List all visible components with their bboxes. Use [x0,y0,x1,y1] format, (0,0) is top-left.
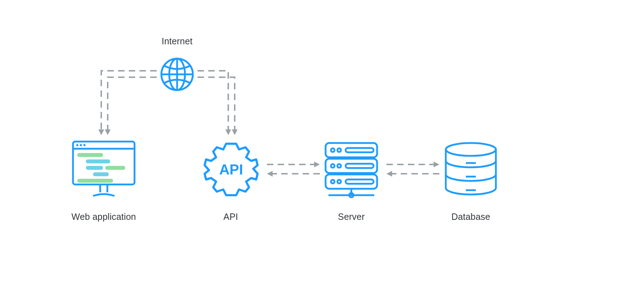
svg-rect-25 [326,174,377,189]
svg-rect-24 [326,159,377,173]
svg-marker-0 [98,129,104,135]
web-application-icon [70,139,137,200]
svg-rect-19 [86,166,103,170]
svg-point-28 [331,164,335,168]
svg-marker-6 [434,162,439,167]
svg-point-26 [331,148,335,152]
svg-marker-5 [267,171,273,177]
architecture-diagram: Internet Web application API Server Data… [0,0,644,286]
svg-point-31 [337,180,341,183]
svg-rect-18 [86,159,110,163]
svg-rect-20 [105,166,125,170]
svg-point-38 [446,143,496,156]
server-icon [322,140,381,203]
svg-rect-23 [326,143,377,157]
svg-rect-34 [346,179,374,184]
svg-point-27 [337,148,341,152]
database-icon [442,141,499,198]
svg-rect-21 [93,172,109,176]
api-icon-text: API [219,162,243,177]
svg-rect-32 [346,148,374,152]
svg-point-29 [337,164,341,168]
svg-rect-22 [77,179,113,183]
svg-rect-17 [77,153,103,157]
svg-point-30 [331,180,335,183]
svg-point-16 [83,144,86,146]
svg-rect-33 [346,164,374,168]
svg-marker-3 [232,129,238,135]
api-gear-icon: API [200,139,262,200]
svg-marker-7 [386,171,392,177]
svg-marker-2 [225,129,231,135]
svg-marker-1 [105,129,111,135]
svg-marker-4 [314,162,320,167]
svg-point-15 [80,144,82,146]
globe-icon [159,56,195,92]
svg-point-14 [76,144,78,146]
